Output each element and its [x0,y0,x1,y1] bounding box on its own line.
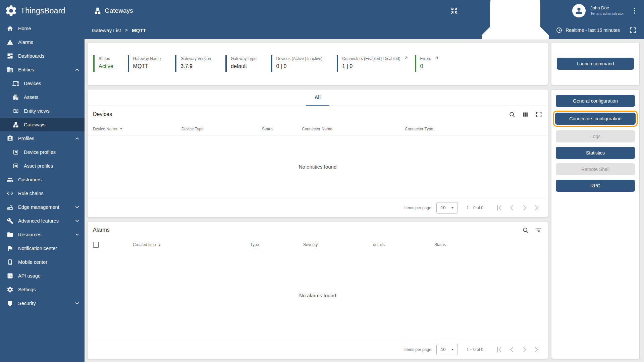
previous-page-icon[interactable] [507,345,516,354]
sidebar-item-entity-views[interactable]: Entity views [0,104,85,118]
content: StatusActiveGateway NameMQTTGateway Vers… [85,39,644,362]
security-icon [7,300,13,307]
sidebar-item-advanced-features[interactable]: Advanced features [0,214,85,228]
first-page-icon[interactable] [495,203,503,212]
devices-table-header: Device NameDevice TypeStatusConnector Na… [88,123,548,135]
tile-devices-active-inactive: Devices (Active | Inactive)0 | 0 [271,55,333,72]
sort-ascending-icon [118,126,123,131]
apartment-icon [12,94,19,101]
sidebar-item-profiles[interactable]: Profiles [0,131,85,145]
rpc-button[interactable]: RPC [556,180,635,192]
sidebar-item-entities[interactable]: Entities [0,63,85,76]
gear-icon [7,286,13,293]
statistics-button[interactable]: Statistics [556,147,635,159]
sidebar-item-label: Devices [24,81,80,86]
search-icon[interactable] [508,111,516,118]
range-label: 1 – 0 of 0 [467,347,483,352]
column-header-created-time[interactable]: Created time [133,242,250,247]
page-size-select[interactable]: 10 [436,202,458,214]
column-header-type[interactable]: Type [250,242,303,247]
column-header-device-type[interactable]: Device Type [181,127,262,131]
zoom-in-map-icon[interactable] [450,7,458,15]
sidebar-item-settings[interactable]: Settings [0,283,85,296]
tile-label: Errors [420,56,431,61]
remote-shell-button[interactable]: Remote Shell [556,163,635,175]
devices-paginator: Items per page: 10 1 – 0 of 0 [88,198,548,217]
sidebar-item-dashboards[interactable]: Dashboards [0,49,85,63]
tab-strip: All [88,89,548,106]
flag-icon [7,245,13,252]
tile-value: 3.7.9 [180,63,211,69]
tile-label: Devices (Active | Inactive) [276,56,323,61]
open-link-icon[interactable] [434,55,439,60]
page-size-value: 10 [441,205,445,210]
last-page-icon[interactable] [533,345,542,354]
tile-gateway-version: Gateway Version3.7.9 [175,55,221,72]
expand-panel-icon[interactable] [535,111,542,118]
sidebar: ThingsBoard HomeAlarmsDashboardsEntities… [0,0,85,362]
sidebar-item-gateways[interactable]: Gateways [0,118,85,131]
sidebar-item-mobile-center[interactable]: Mobile center [0,255,85,269]
sidebar-item-home[interactable]: Home [0,21,85,35]
sidebar-item-customers[interactable]: Customers [0,173,85,186]
breadcrumb-gateway-list[interactable]: Gateway List [92,27,121,33]
general-configuration-button[interactable]: General configuration [556,95,635,107]
sidebar-item-api-usage[interactable]: API usage [0,269,85,283]
fullscreen-icon[interactable] [629,26,637,34]
tile-value: MQTT [133,63,161,69]
logs-button[interactable]: Logs [556,130,635,142]
column-header-status[interactable]: Status [434,242,542,247]
column-header-connector-type[interactable]: Connector Type [405,127,542,131]
more-menu-icon[interactable] [631,7,639,15]
sidebar-item-label: Rule chains [18,191,80,196]
alarms-panel-header: Alarms [88,222,548,238]
sidebar-item-assets[interactable]: Assets [0,90,85,104]
column-header-severity[interactable]: Severity [303,242,373,247]
sidebar-item-label: Device profiles [24,149,80,155]
warning-icon [7,39,13,46]
filter-icon[interactable] [535,227,542,234]
top-bar: Gateways 1 John Doe Tenant administrator [85,0,644,21]
tile-status: StatusActive [93,55,123,72]
notifications-button[interactable]: 1 [465,0,566,62]
column-header-device-name[interactable]: Device Name [93,126,181,131]
sidebar-item-security[interactable]: Security [0,296,85,310]
folder-icon [7,231,13,238]
select-all-checkbox[interactable] [93,242,99,248]
sidebar-item-label: Gateways [24,122,80,127]
breadcrumb-separator: > [125,27,128,33]
last-page-icon[interactable] [533,203,542,212]
sidebar-item-devices[interactable]: Devices [0,76,85,90]
column-header-status[interactable]: Status [262,127,302,131]
next-page-icon[interactable] [520,203,529,212]
column-header-connector-name[interactable]: Connector Name [302,127,405,131]
tile-label: Connectors (Enabled | Disabled) [342,56,400,61]
search-icon[interactable] [522,227,529,234]
previous-page-icon[interactable] [507,203,516,212]
open-link-icon[interactable] [404,55,409,60]
app-logo[interactable]: ThingsBoard [0,0,85,21]
columns-view-icon[interactable] [522,111,529,118]
first-page-icon[interactable] [495,345,503,354]
chevron-down-icon [74,231,80,238]
sidebar-item-rule-chains[interactable]: Rule chains [0,186,85,200]
sidebar-item-device-profiles[interactable]: Device profiles [0,145,85,159]
connectors-configuration-button[interactable]: Connectors configuration [555,113,636,125]
thingsboard-logo-icon [5,4,17,17]
sidebar-item-edge-management[interactable]: Edge management [0,200,85,214]
avatar[interactable] [572,4,586,17]
next-page-icon[interactable] [520,345,529,354]
sidebar-item-notification-center[interactable]: Notification center [0,241,85,255]
sidebar-item-resources[interactable]: Resources [0,228,85,241]
alarms-table-header: Created timeTypeSeveritydetailsStatus [88,238,548,251]
sidebar-item-alarms[interactable]: Alarms [0,35,85,49]
chevron-down-icon [74,300,80,307]
page-size-select[interactable]: 10 [436,344,458,355]
launch-command-button[interactable]: Launch command [557,58,634,70]
sidebar-item-asset-profiles[interactable]: Asset profiles [0,159,85,173]
breadcrumb-current: MQTT [132,27,146,33]
column-header-details[interactable]: details [373,242,434,247]
tab-all[interactable]: All [306,89,329,106]
alarms-empty-state: No alarms found [88,251,548,340]
chevron-down-icon [74,204,80,210]
